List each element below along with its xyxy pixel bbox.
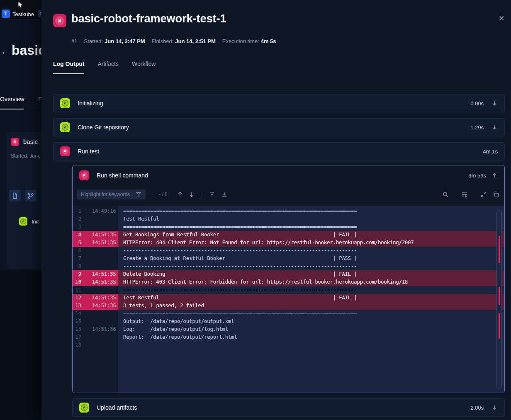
- tab-workflow[interactable]: Workflow: [132, 61, 156, 74]
- tab-overview[interactable]: Overview: [0, 96, 24, 109]
- line-number: 2: [73, 215, 83, 223]
- chevron-down-icon[interactable]: [491, 100, 498, 107]
- log-line-6: 6---------------------------------------…: [73, 247, 504, 255]
- run-shell-command-header[interactable]: ✕ Run shell command 3m 59s: [73, 165, 504, 185]
- line-number: 17: [73, 333, 83, 341]
- line-number: 16: [73, 325, 83, 333]
- step-duration: 1.29s: [470, 124, 484, 131]
- arrow-down-icon: [188, 191, 195, 198]
- step-run-test[interactable]: ✕ Run test 4m 1s: [53, 142, 505, 160]
- chevron-down-icon[interactable]: [491, 404, 498, 411]
- step-duration: 0.00s: [470, 100, 484, 107]
- git-branch-icon: [27, 192, 34, 199]
- status-pass-icon: ✓: [79, 403, 89, 413]
- line-text: ========================================…: [118, 207, 504, 215]
- chevron-up-icon[interactable]: [491, 172, 498, 179]
- line-text: ----------------------------------------…: [118, 247, 504, 255]
- line-text: ========================================…: [118, 223, 504, 231]
- step-upload-artifacts[interactable]: ✓ Upload artifacts 2.00s: [72, 398, 505, 417]
- line-number: 10: [73, 278, 83, 286]
- line-number: 3: [73, 223, 83, 231]
- error-marker: [499, 287, 500, 305]
- back-arrow-icon[interactable]: ←: [1, 47, 9, 56]
- line-text: Delete Booking | FAIL |: [118, 270, 504, 278]
- drawer-title: basic-robot-framework-test-1: [71, 12, 226, 25]
- line-number: 12: [73, 294, 83, 302]
- line-number: 6: [73, 247, 83, 255]
- execution-time-label: Execution time:: [222, 38, 259, 44]
- log-line-15: 15Output: /data/repo/output/output.xml: [73, 318, 504, 325]
- line-number: 11: [73, 286, 83, 294]
- search-icon: [442, 191, 449, 198]
- arrow-up-icon: [177, 191, 183, 198]
- log-line-4: 414:51:35Get Bookings from Restful Booke…: [73, 231, 504, 239]
- previous-match-button[interactable]: [177, 191, 183, 198]
- line-timestamp: [83, 262, 118, 270]
- step-duration: 4m 1s: [483, 148, 498, 155]
- step-label: Upload artifacts: [97, 404, 470, 411]
- scroll-to-top-button[interactable]: [209, 191, 215, 198]
- chevron-down-icon[interactable]: [491, 124, 498, 131]
- tab-log-output[interactable]: Log Output: [53, 61, 84, 74]
- wrap-lines-icon: [461, 191, 468, 198]
- file-icon-button[interactable]: [9, 190, 21, 202]
- finished-value: Jun 14, 2:51 PM: [175, 38, 216, 44]
- line-text: Test-Restful | FAIL |: [118, 294, 504, 302]
- close-icon[interactable]: ✕: [496, 13, 507, 24]
- line-text: Report: /data/repo/output/report.html: [118, 333, 504, 341]
- log-viewer: 114:49:16===============================…: [73, 206, 504, 393]
- tab-artifacts[interactable]: Artifacts: [97, 61, 119, 74]
- log-line-18: 18: [73, 341, 504, 349]
- log-scrollbar[interactable]: [496, 210, 502, 389]
- line-timestamp: 14:51:35: [83, 278, 118, 286]
- git-branch-icon-button[interactable]: [25, 190, 36, 202]
- file-icon: [12, 192, 18, 199]
- log-line-2: 2Test-Restful: [73, 215, 504, 223]
- scroll-to-bottom-button[interactable]: [221, 191, 228, 198]
- background-step-label[interactable]: Init: [32, 218, 39, 225]
- status-fail-icon: ✕: [60, 146, 70, 156]
- log-line-3: 3=======================================…: [73, 223, 504, 231]
- line-number: 4: [73, 231, 83, 239]
- step-clone-git-repository[interactable]: ✓ Clone Git repository 1.29s: [53, 118, 505, 136]
- execution-status-icon-failed: ✕: [53, 14, 66, 27]
- execution-card-title[interactable]: basic: [23, 138, 38, 145]
- line-timestamp: [83, 341, 118, 349]
- app-name[interactable]: Testkube: [12, 11, 34, 17]
- log-toolbar: Highlight for keywords - / 6: [77, 189, 499, 200]
- line-timestamp: 14:51:36: [83, 325, 118, 333]
- execution-meta: #1 Started:Jun 14, 2:47 PM Finished:Jun …: [71, 38, 276, 44]
- testkube-logo[interactable]: T: [2, 10, 10, 18]
- next-match-button[interactable]: [188, 191, 195, 198]
- drawer-tabs: Log Output Artifacts Workflow: [53, 61, 156, 74]
- line-text: HTTPError: 403 Client Error: Forbidden f…: [118, 278, 504, 286]
- filter-funnel-icon[interactable]: [136, 192, 141, 197]
- line-timestamp: [83, 286, 118, 294]
- log-line-13: 1314:51:353 tests, 1 passed, 2 failed: [73, 302, 504, 310]
- log-line-14: 14======================================…: [73, 310, 504, 318]
- line-text: Create a Booking at Restful Booker | PAS…: [118, 255, 504, 262]
- highlight-keywords-input[interactable]: Highlight for keywords: [77, 189, 146, 199]
- line-timestamp: [83, 333, 118, 341]
- line-timestamp: [83, 310, 118, 318]
- line-timestamp: [83, 247, 118, 255]
- execution-time-value: 4m 5s: [261, 38, 276, 44]
- log-line-11: 11--------------------------------------…: [73, 286, 504, 294]
- copy-logs-button[interactable]: [493, 191, 499, 198]
- line-number: 18: [73, 341, 83, 349]
- line-timestamp: 14:51:35: [83, 294, 118, 302]
- fullscreen-button[interactable]: [480, 191, 487, 198]
- line-timestamp: [83, 318, 118, 325]
- line-text: Get Bookings from Restful Booker | FAIL …: [118, 231, 504, 239]
- expand-icon: [480, 191, 487, 198]
- line-timestamp: [83, 215, 118, 223]
- line-text: ----------------------------------------…: [118, 262, 504, 270]
- step-initializing[interactable]: ✓ Initializing 0.00s: [53, 94, 505, 112]
- line-timestamp: 14:51:35: [83, 270, 118, 278]
- search-button[interactable]: [442, 191, 449, 198]
- wrap-lines-button[interactable]: [461, 191, 468, 198]
- line-number: 8: [73, 262, 83, 270]
- line-number: 5: [73, 239, 83, 247]
- match-counter: - / 6: [159, 192, 168, 197]
- copy-icon: [493, 191, 499, 198]
